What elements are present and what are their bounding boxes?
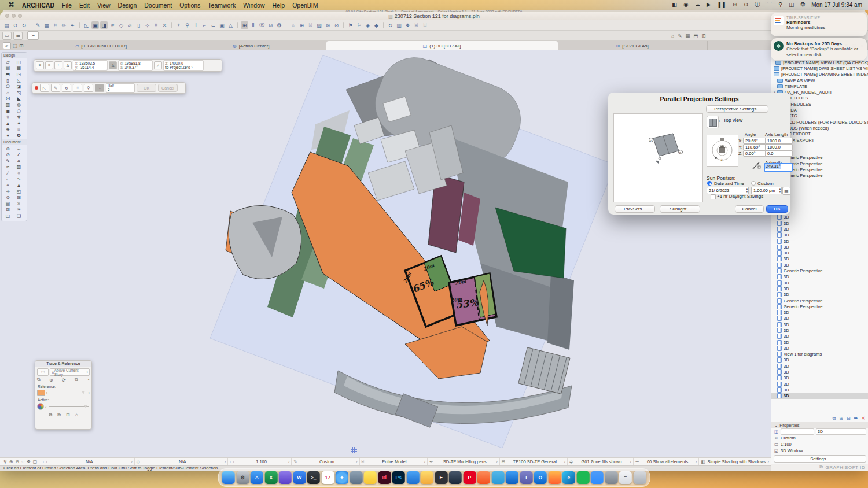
toolbar-icon[interactable] [237, 22, 238, 28]
view-map-item[interactable]: 3D [771, 274, 868, 280]
menu-design[interactable]: Design [118, 2, 137, 9]
design-tool-icon[interactable]: ♦ [2, 132, 13, 139]
toolbar-icon[interactable]: ⌙ [209, 21, 217, 29]
design-tool-icon[interactable]: ⬒ [2, 71, 13, 77]
trace-palette-title[interactable]: Trace & Reference [35, 361, 91, 367]
view-map-item[interactable]: Generic Perspective [771, 304, 868, 309]
wand-icon[interactable]: ⚲ [84, 84, 93, 92]
document-tool-icon[interactable]: ∿ [13, 176, 24, 183]
quick-option-segment[interactable]: ⬙ G01 Zone fills shown › [567, 458, 633, 465]
toolbar-icon[interactable]: ⌗ [52, 21, 59, 29]
view-name-field[interactable]: 3D [816, 428, 866, 435]
cancel-button[interactable]: Cancel [158, 84, 178, 92]
dock-app-icon[interactable]: T [520, 471, 532, 484]
quick-option-segment[interactable]: ✒ SD-TP Modelling pens › [427, 458, 499, 465]
document-tool-icon[interactable]: ✎ [2, 158, 13, 164]
tabbar-tool-icon[interactable]: ⊞ [19, 43, 24, 49]
toolbar-icon[interactable]: ↻ [20, 21, 28, 29]
tabbar-tool-icon[interactable]: ➢ [3, 42, 11, 49]
traffic-lights[interactable] [5, 14, 22, 18]
toolbar-icon[interactable]: ▥ [395, 21, 403, 29]
menubar-status-icon[interactable]: ⓘ [755, 1, 760, 9]
document-tool-icon[interactable]: ⌐ [2, 176, 13, 183]
trace-tool-icon-1[interactable]: ⧉ [49, 412, 53, 418]
view-map-item[interactable]: Generic Perspective [771, 268, 868, 273]
z-angle-field[interactable]: 0.00° [743, 150, 766, 157]
dock-app-icon[interactable] [364, 471, 377, 484]
apple-menu-icon[interactable]: ⌘ [8, 1, 14, 9]
design-tool-icon[interactable]: ◳ [13, 71, 24, 77]
view-map-item[interactable]: 3D [771, 238, 868, 244]
toolbar-icon[interactable]: Ⅱ [249, 21, 257, 29]
design-tool-icon[interactable]: ◈ [2, 127, 13, 133]
trace-story-dropdown[interactable]: ⊼ Above Current Story › [50, 368, 90, 376]
toolbar-icon[interactable]: # [109, 21, 116, 29]
menu-help[interactable]: Help [273, 2, 285, 9]
xy-coordinates[interactable]: x:192503.5 y:-36114.4 [73, 60, 108, 71]
document-tool-icon[interactable]: A [13, 158, 24, 164]
toolbar-icon[interactable]: ▯ [135, 21, 142, 29]
zoom-control-icon[interactable]: ⊕ [9, 459, 13, 464]
view-map-item[interactable]: 3D [771, 226, 868, 232]
design-tool-icon[interactable]: ✪ [13, 132, 24, 139]
toolbar-icon[interactable]: ◨ [100, 21, 108, 29]
view-map-item[interactable]: 3D [771, 220, 868, 226]
dock-app-icon[interactable]: 17 [321, 471, 334, 484]
view-map-item[interactable]: 3D [771, 339, 868, 345]
toolbar-icon[interactable]: ⊞ [241, 21, 248, 29]
view-map-item[interactable]: 3D [771, 232, 868, 238]
toolbar-icon[interactable]: ✕ [161, 21, 168, 29]
view-map-item[interactable]: 3D [771, 250, 868, 256]
dock-app-icon[interactable] [350, 471, 362, 484]
document-tool-icon[interactable]: ⧄ [2, 164, 13, 171]
view-map-item[interactable]: 3D [771, 327, 868, 333]
reference-opacity-slider[interactable] [50, 393, 86, 393]
document-tool-icon[interactable]: ✳ [13, 201, 24, 207]
navigator-action-icon[interactable]: ⊞ [839, 416, 843, 421]
menubar-status-icon[interactable]: ◫ [789, 1, 794, 9]
view-map-item[interactable]: [PROJECT NAME] DWG SHEET LIST VS VIEWS (… [771, 65, 868, 71]
date-time-radio[interactable] [707, 181, 712, 186]
reference-color-swatch[interactable] [37, 390, 45, 396]
design-tool-icon[interactable]: ◹ [13, 90, 24, 96]
dock-app-icon[interactable]: ✦ [336, 471, 348, 484]
toolbar-icon[interactable]: ⌐ [201, 21, 208, 29]
palette-header-icon[interactable]: ▭ [2, 32, 12, 40]
menu-document[interactable]: Document [144, 2, 172, 9]
snap-fraction-field[interactable]: Half 2 [106, 83, 135, 93]
toolbar-icon[interactable]: ↺ [12, 21, 19, 29]
design-tool-icon[interactable]: ⋈ [2, 96, 13, 102]
stepper-icon[interactable]: ▴▾ [779, 187, 781, 193]
menubar-status-icon[interactable]: ▶ [707, 1, 711, 9]
origin-icon[interactable]: ⊹ [54, 61, 62, 69]
dock-app-icon[interactable] [279, 471, 292, 484]
document-tool-icon[interactable]: ○ [13, 170, 24, 176]
window-titlebar[interactable]: ▤230712 Section 121 for diagrams.pln [0, 12, 868, 20]
view-map-item[interactable]: 3D [771, 286, 868, 291]
dock-app-icon[interactable] [506, 471, 518, 484]
marquee-icon[interactable]: ⌗ [73, 84, 82, 92]
trace-tool-icon-4[interactable]: ⌂ [75, 412, 78, 418]
toolbar-icon[interactable] [171, 22, 172, 28]
toolbar-icon[interactable]: ⚲ [183, 21, 191, 29]
menu-openbim[interactable]: OpenBIM [292, 2, 318, 9]
z-coordinate[interactable]: z:14000.0 to Project Zero › [163, 60, 204, 71]
projection-preview[interactable]: y x [613, 113, 703, 202]
view-type-button[interactable] [707, 116, 719, 128]
toolbar-icon[interactable]: Ⓑ [258, 21, 266, 29]
design-tool-icon[interactable]: ☼ [13, 127, 24, 133]
toolbar-icon[interactable]: ☆ [289, 21, 297, 29]
menubar-status-icon[interactable]: ❚❚ [717, 1, 726, 9]
quick-option-segment[interactable]: ⌸ Entire Model › [359, 458, 427, 465]
view-map-item[interactable]: 3D [771, 292, 868, 298]
toolbar-icon[interactable]: ◇ [117, 21, 125, 29]
dock-app-icon[interactable] [605, 471, 617, 484]
reminders-notification[interactable]: TIME-SENSITIVE Reminders Morning medicin… [771, 13, 867, 36]
dock-app-icon[interactable]: e [562, 471, 575, 484]
dock-app-icon[interactable] [449, 471, 462, 484]
toolbar-icon[interactable]: Ⅰ [192, 21, 200, 29]
toolbar-icon[interactable]: ▦ [43, 21, 50, 29]
toolbar-icon[interactable]: ⊘ [333, 21, 340, 29]
chevron-right-icon[interactable]: › [719, 119, 720, 123]
menu-file[interactable]: File [62, 2, 72, 9]
